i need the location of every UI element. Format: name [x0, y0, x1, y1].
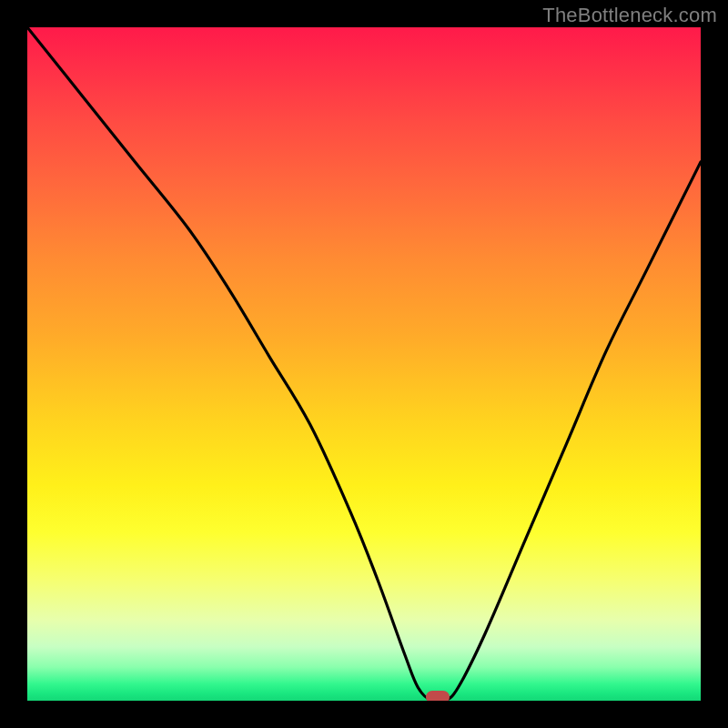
chart-frame: TheBottleneck.com: [0, 0, 728, 728]
optimal-point-marker: [426, 691, 450, 701]
bottleneck-curve: [27, 27, 701, 701]
watermark-text: TheBottleneck.com: [542, 4, 717, 27]
plot-area: [27, 27, 701, 701]
